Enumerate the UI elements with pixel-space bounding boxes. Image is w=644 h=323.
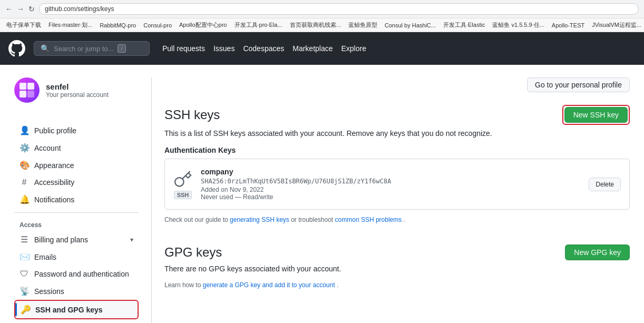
person-icon: 👤: [19, 125, 29, 135]
ssh-section: SSH keys New SSH key This is a list of S…: [164, 105, 630, 223]
bookmark-2[interactable]: Files·master·划...: [46, 20, 94, 30]
access-label: Access: [14, 217, 139, 231]
ssh-section-header: SSH keys New SSH key: [164, 105, 630, 125]
bookmark-11[interactable]: 蓝鲸鱼 v1.5.5.9·任...: [490, 20, 546, 30]
forward-button[interactable]: →: [17, 5, 24, 13]
ssh-title: SSH keys: [164, 107, 220, 122]
bell-icon: 🔔: [19, 194, 29, 204]
ssh-footer-text: Check out our guide to: [164, 216, 230, 223]
ssh-key-usage: Never used — Read/write: [201, 193, 580, 201]
ssh-key-name: company: [201, 168, 580, 176]
new-gpg-key-button[interactable]: New GPG key: [565, 244, 630, 260]
ssh-key-fingerprint: SHA256:0rzLmThKqUt6V5BIsBR6Wp/U76U8jS1ZB…: [201, 178, 580, 185]
sidebar-label-appearance: Appearance: [34, 161, 74, 170]
chevron-down-icon: ▾: [130, 236, 133, 243]
nav-links: Pull requests Issues Codespaces Marketpl…: [162, 44, 366, 53]
delete-ssh-key-button[interactable]: Delete: [589, 178, 621, 191]
ssh-footer-middle: or troubleshoot: [291, 216, 335, 223]
bookmark-6[interactable]: 开发工具·pro·Ela...: [232, 20, 285, 30]
nav-issues[interactable]: Issues: [213, 44, 235, 53]
refresh-button[interactable]: ↻: [28, 5, 35, 13]
gear-icon: ⚙️: [19, 143, 29, 153]
gpg-section-header: GPG keys New GPG key: [164, 244, 630, 260]
nav-explore[interactable]: Explore: [341, 44, 366, 53]
sidebar-label-account: Account: [34, 144, 61, 152]
bookmark-1[interactable]: 电子保单下载: [4, 20, 43, 30]
user-subtitle: Your personal account: [46, 91, 109, 99]
gpg-title: GPG keys: [164, 245, 222, 260]
sidebar-label-password: Password and authentication: [34, 270, 129, 278]
sidebar-item-emails[interactable]: ✉️ Emails: [14, 248, 139, 266]
search-icon: 🔍: [41, 44, 50, 53]
sidebar-item-ssh-gpg-highlight: 🔑 SSH and GPG keys: [14, 300, 139, 319]
sidebar-user: senfel Your personal account: [14, 77, 139, 111]
sidebar-label-public-profile: Public profile: [34, 126, 76, 135]
new-ssh-key-highlight: New SSH key: [562, 105, 630, 125]
nav-pull-requests[interactable]: Pull requests: [162, 44, 205, 53]
sidebar-item-password[interactable]: 🛡 Password and authentication: [14, 266, 139, 282]
nav-codespaces[interactable]: Codespaces: [243, 44, 284, 53]
avatar: [14, 77, 40, 103]
gpg-footer: Learn how to generate a GPG key and add …: [164, 281, 630, 289]
browser-bar: ← → ↻ github.com/settings/keys: [0, 0, 644, 18]
search-placeholder: Search or jump to...: [54, 45, 113, 53]
ssh-badge: SSH: [174, 191, 192, 199]
ssh-footer-end: .: [404, 216, 405, 223]
user-info: senfel Your personal account: [46, 82, 109, 99]
github-logo[interactable]: [8, 40, 25, 57]
sidebar-divider-1: [14, 212, 139, 213]
mail-icon: ✉️: [19, 252, 29, 262]
search-bar[interactable]: 🔍 Search or jump to... /: [34, 41, 150, 56]
bookmark-12[interactable]: Apollo-TEST: [550, 21, 587, 30]
url-bar[interactable]: github.com/settings/keys: [39, 3, 639, 15]
gpg-footer-text: Learn how to: [164, 281, 203, 289]
bookmark-4[interactable]: Consul-pro: [141, 21, 174, 30]
shield-icon: 🛡: [19, 269, 29, 279]
bookmark-10[interactable]: 开发工具·Elastic: [441, 20, 487, 30]
sidebar-item-public-profile[interactable]: 👤 Public profile: [14, 122, 139, 139]
bookmark-13[interactable]: JVisualVM运程监...: [590, 20, 643, 30]
sidebar-item-notifications[interactable]: 🔔 Notifications: [14, 191, 139, 208]
sidebar-label-billing: Billing and plans: [34, 236, 88, 244]
sidebar-label-ssh-gpg: SSH and GPG keys: [35, 306, 103, 314]
sidebar-item-ssh-gpg[interactable]: 🔑 SSH and GPG keys: [15, 301, 138, 318]
bookmark-8[interactable]: 蓝鲸鱼原型: [346, 20, 379, 30]
accessibility-icon: #: [19, 178, 29, 187]
nav-marketplace[interactable]: Marketplace: [292, 44, 333, 53]
sidebar-label-accessibility: Accessibility: [34, 178, 74, 187]
sidebar-item-account[interactable]: ⚙️ Account: [14, 139, 139, 156]
bookmark-3[interactable]: RabbitMQ-pro: [97, 21, 138, 30]
sidebar-item-sessions[interactable]: 📡 Sessions: [14, 282, 139, 300]
key-icon: 🔑: [21, 305, 30, 315]
ssh-key-info: company SHA256:0rzLmThKqUt6V5BIsBR6Wp/U7…: [201, 168, 580, 201]
new-ssh-key-button[interactable]: New SSH key: [564, 107, 628, 123]
paintbrush-icon: 🎨: [19, 160, 29, 170]
sidebar-item-organizations[interactable]: ⊞ Organizations: [14, 319, 139, 323]
bookmark-5[interactable]: Apollo配置中心pro: [177, 20, 229, 30]
gpg-section: GPG keys New GPG key There are no GPG ke…: [164, 244, 630, 289]
generate-gpg-key-link[interactable]: generate a GPG key and add it to your ac…: [203, 281, 335, 289]
generating-ssh-keys-link[interactable]: generating SSH keys: [230, 216, 289, 223]
bookmarks-bar: 电子保单下载 Files·master·划... RabbitMQ-pro Co…: [0, 18, 644, 32]
back-button[interactable]: ←: [5, 5, 13, 13]
ssh-description: This is a list of SSH keys associated wi…: [164, 129, 630, 138]
username: senfel: [46, 82, 109, 91]
sidebar-item-appearance[interactable]: 🎨 Appearance: [14, 156, 139, 174]
main-container: senfel Your personal account 👤 Public pr…: [6, 65, 638, 323]
sidebar-item-billing[interactable]: ☰ Billing and plans ▾: [14, 231, 139, 248]
sidebar-item-accessibility[interactable]: # Accessibility: [14, 174, 139, 191]
sidebar-label-notifications: Notifications: [34, 195, 74, 204]
ssh-key-card: SSH company SHA256:0rzLmThKqUt6V5BIsBR6W…: [164, 159, 630, 210]
ssh-key-icon-wrap: SSH: [173, 170, 192, 199]
main-content: Go to your personal profile SSH keys New…: [151, 77, 630, 323]
auth-keys-label: Authentication Keys: [164, 146, 630, 154]
bookmark-7[interactable]: 首页获取商机线索...: [288, 20, 343, 30]
search-slash: /: [118, 44, 125, 53]
billing-icon: ☰: [19, 234, 29, 244]
ssh-key-added: Added on Nov 9, 2022: [201, 186, 580, 193]
common-ssh-problems-link[interactable]: common SSH problems: [335, 216, 402, 223]
go-to-profile-button[interactable]: Go to your personal profile: [527, 77, 630, 92]
bookmark-9[interactable]: Consul by HashiC...: [383, 21, 438, 30]
sidebar: senfel Your personal account 👤 Public pr…: [14, 77, 151, 323]
sidebar-label-emails: Emails: [34, 253, 56, 261]
